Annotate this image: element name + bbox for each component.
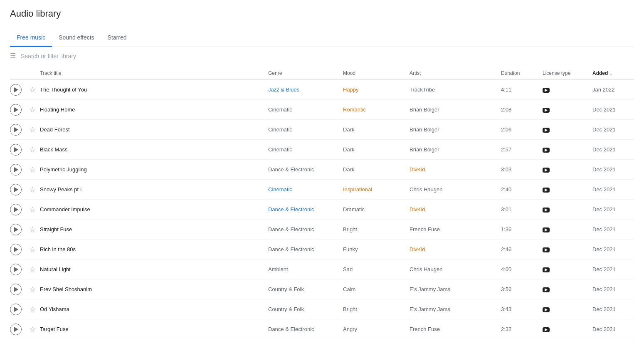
play-button[interactable] xyxy=(10,104,22,116)
track-genre[interactable]: Jazz & Blues xyxy=(268,86,343,93)
play-button[interactable] xyxy=(10,204,22,215)
track-title: Straight Fuse xyxy=(40,226,268,232)
tab-free-music[interactable]: Free music xyxy=(10,29,52,47)
play-icon xyxy=(14,287,18,292)
track-genre[interactable]: Dance & Electronic xyxy=(268,206,343,213)
tab-starred[interactable]: Starred xyxy=(101,29,133,47)
track-title: Polymetric Juggling xyxy=(40,166,268,173)
track-genre: Dance & Electronic xyxy=(268,226,343,232)
track-added: Dec 2021 xyxy=(592,226,634,232)
filter-icon[interactable]: ☰ xyxy=(10,52,16,60)
track-duration: 1:36 xyxy=(501,226,543,232)
track-genre: Cinematic xyxy=(268,146,343,153)
track-added: Dec 2021 xyxy=(592,166,634,173)
sort-arrow-icon: ↓ xyxy=(609,70,612,76)
track-added: Jan 2022 xyxy=(592,86,634,93)
play-button[interactable] xyxy=(10,224,22,235)
play-button[interactable] xyxy=(10,304,22,315)
license-badge xyxy=(543,286,592,293)
col-added-header[interactable]: Added ↓ xyxy=(592,70,634,76)
play-button[interactable] xyxy=(10,164,22,175)
track-mood[interactable]: Romantic xyxy=(343,106,410,113)
track-added: Dec 2021 xyxy=(592,126,634,133)
col-genre-header: Genre xyxy=(268,70,343,76)
star-button[interactable]: ☆ xyxy=(25,125,40,134)
table-row: ☆ Rich in the 80s Dance & Electronic Fun… xyxy=(10,240,634,260)
track-duration: 2:46 xyxy=(501,246,543,252)
col-license-header: License type xyxy=(543,70,592,76)
track-added: Dec 2021 xyxy=(592,206,634,213)
track-artist: E's Jammy Jams xyxy=(410,306,501,312)
search-input[interactable] xyxy=(21,53,634,59)
play-button[interactable] xyxy=(10,264,22,275)
track-genre: Dance & Electronic xyxy=(268,166,343,173)
track-artist: Brian Bolger xyxy=(410,126,501,133)
play-icon xyxy=(14,307,18,312)
star-button[interactable]: ☆ xyxy=(25,245,40,254)
play-icon xyxy=(14,167,18,172)
star-button[interactable]: ☆ xyxy=(25,305,40,314)
table-row: ☆ Dead Forest Cinematic Dark Brian Bolge… xyxy=(10,120,634,140)
license-badge xyxy=(543,186,592,193)
track-genre[interactable]: Cinematic xyxy=(268,186,343,193)
star-button[interactable]: ☆ xyxy=(25,85,40,94)
track-added: Dec 2021 xyxy=(592,286,634,292)
table-row: ☆ Black Mass Cinematic Dark Brian Bolger… xyxy=(10,140,634,160)
star-button[interactable]: ☆ xyxy=(25,105,40,114)
table-row: ☆ Erev Shel Shoshanim Country & Folk Cal… xyxy=(10,279,634,299)
star-button[interactable]: ☆ xyxy=(25,185,40,194)
license-badge xyxy=(543,326,592,333)
play-button[interactable] xyxy=(10,144,22,156)
tab-sound-effects[interactable]: Sound effects xyxy=(52,29,101,47)
star-button[interactable]: ☆ xyxy=(25,225,40,234)
track-added: Dec 2021 xyxy=(592,246,634,252)
track-mood: Calm xyxy=(343,286,410,292)
play-icon xyxy=(14,247,18,252)
play-button[interactable] xyxy=(10,124,22,136)
play-icon xyxy=(14,267,18,272)
track-mood: Dramatic xyxy=(343,206,410,213)
track-added: Dec 2021 xyxy=(592,146,634,153)
track-duration: 3:43 xyxy=(501,306,543,312)
track-title: Commander Impulse xyxy=(40,206,268,213)
track-duration: 2:06 xyxy=(501,126,543,133)
track-duration: 3:56 xyxy=(501,286,543,292)
play-icon xyxy=(14,87,18,92)
star-button[interactable]: ☆ xyxy=(25,165,40,174)
track-artist[interactable]: DivKid xyxy=(410,246,501,252)
star-button[interactable]: ☆ xyxy=(25,265,40,274)
page-title: Audio library xyxy=(10,8,634,19)
star-button[interactable]: ☆ xyxy=(25,145,40,154)
license-badge xyxy=(543,106,592,113)
track-title: Black Mass xyxy=(40,146,268,153)
play-button[interactable] xyxy=(10,284,22,295)
star-button[interactable]: ☆ xyxy=(25,325,40,334)
track-artist: Chris Haugen xyxy=(410,186,501,193)
track-added: Dec 2021 xyxy=(592,266,634,272)
track-artist: Brian Bolger xyxy=(410,146,501,153)
track-title: Dead Forest xyxy=(40,126,268,133)
track-artist: French Fuse xyxy=(410,226,501,232)
table-body: ☆ The Thought of You Jazz & Blues Happy … xyxy=(10,80,634,339)
play-icon xyxy=(14,207,18,212)
track-title: Floating Home xyxy=(40,106,268,113)
license-badge xyxy=(543,246,592,253)
track-artist[interactable]: DivKid xyxy=(410,206,501,213)
star-button[interactable]: ☆ xyxy=(25,205,40,214)
track-title: The Thought of You xyxy=(40,86,268,93)
track-mood: Bright xyxy=(343,226,410,232)
play-button[interactable] xyxy=(10,244,22,255)
track-title: Erev Shel Shoshanim xyxy=(40,286,268,292)
table-row: ☆ Polymetric Juggling Dance & Electronic… xyxy=(10,160,634,180)
license-badge xyxy=(543,226,592,233)
track-mood[interactable]: Happy xyxy=(343,86,410,93)
play-button[interactable] xyxy=(10,324,22,335)
play-button[interactable] xyxy=(10,184,22,195)
track-mood: Funky xyxy=(343,246,410,252)
track-artist[interactable]: DivKid xyxy=(410,166,501,173)
play-button[interactable] xyxy=(10,84,22,96)
track-duration: 4:11 xyxy=(501,86,543,93)
play-icon xyxy=(14,107,18,112)
star-button[interactable]: ☆ xyxy=(25,285,40,294)
track-mood[interactable]: Inspirational xyxy=(343,186,410,193)
